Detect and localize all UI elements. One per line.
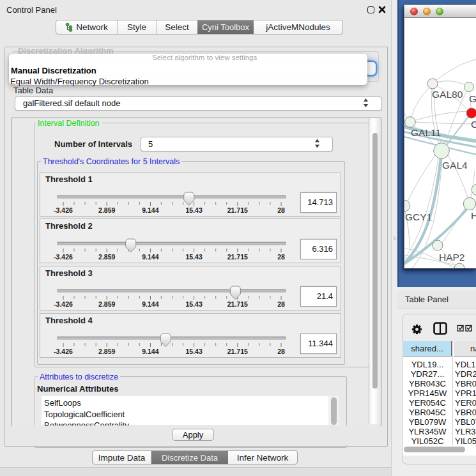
svg-text:15.43: 15.43 [185,206,202,214]
svg-text:21.715: 21.715 [227,348,248,355]
svg-text:21.715: 21.715 [227,253,248,261]
svg-text:-3.426: -3.426 [54,206,73,214]
svg-text:2.859: 2.859 [98,300,115,308]
svg-text:-3.426: -3.426 [54,253,73,261]
svg-text:2.859: 2.859 [98,206,115,214]
svg-text:GAL4: GAL4 [442,160,468,171]
svg-text:CDC25: CDC25 [471,119,476,130]
svg-text:21.715: 21.715 [227,300,248,308]
svg-text:HIS4: HIS4 [471,210,476,221]
svg-text:15.43: 15.43 [185,300,202,308]
svg-text:28: 28 [277,253,285,261]
svg-text:9.144: 9.144 [142,206,158,214]
svg-text:2.859: 2.859 [98,253,115,261]
svg-text:9.144: 9.144 [142,253,158,261]
svg-text:GAL11: GAL11 [411,127,441,138]
svg-text:21.715: 21.715 [227,206,248,214]
svg-text:GAL2: GAL2 [469,93,476,104]
svg-text:2.859: 2.859 [98,348,115,355]
svg-text:GAL80: GAL80 [432,89,463,100]
svg-text:GCY1: GCY1 [405,211,432,222]
svg-text:15.43: 15.43 [185,348,202,355]
svg-text:HAP2: HAP2 [439,252,465,263]
svg-text:28: 28 [277,300,285,308]
svg-text:28: 28 [277,206,285,214]
svg-text:15.43: 15.43 [185,253,202,261]
svg-text:-3.426: -3.426 [54,300,73,308]
svg-text:-3.426: -3.426 [54,348,73,355]
svg-text:9.144: 9.144 [142,348,158,355]
svg-text:9.144: 9.144 [142,300,158,308]
svg-text:28: 28 [277,348,285,355]
